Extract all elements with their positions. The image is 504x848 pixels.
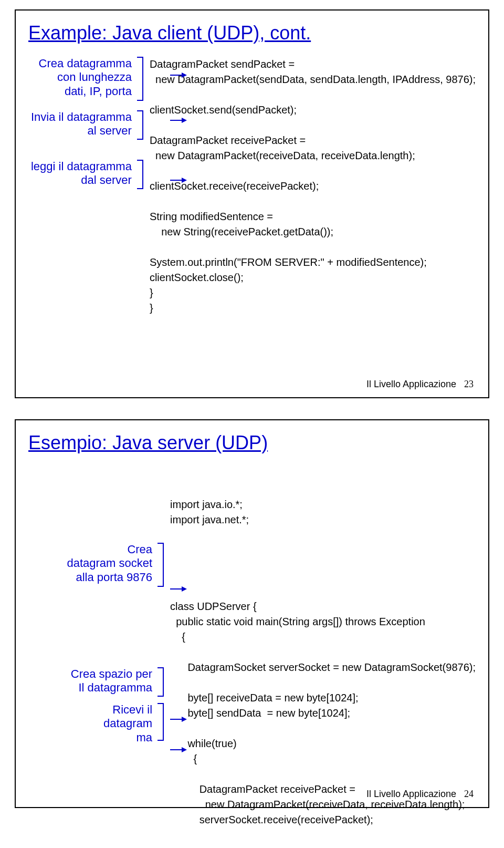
arrow-icon bbox=[170, 180, 186, 181]
arrow-icon bbox=[170, 120, 186, 121]
annotation-create-socket: Crea datagram socket alla porta 9876 bbox=[28, 543, 164, 587]
annotation-text: Ricevi il datagram ma bbox=[103, 703, 152, 744]
slide-footer: Il Livello Applicazione 23 bbox=[366, 379, 474, 390]
slide-1: Example: Java client (UDP), cont. Crea d… bbox=[15, 9, 489, 398]
footer-page-number: 24 bbox=[464, 789, 474, 799]
footer-label: Il Livello Applicazione bbox=[366, 379, 456, 389]
annotation-text: Crea datagramma con lunghezza dati, IP, … bbox=[39, 57, 132, 98]
bracket-icon bbox=[158, 543, 164, 587]
code-column: import java.io.*; import java.net.*; cla… bbox=[170, 467, 476, 829]
footer-label: Il Livello Applicazione bbox=[366, 789, 456, 799]
spacer bbox=[28, 149, 143, 160]
annotation-send-datagram: Invia il datagramma al server bbox=[28, 110, 143, 140]
bracket-icon bbox=[158, 667, 164, 697]
annotation-read-datagram: leggi il datagramma dal server bbox=[28, 160, 143, 189]
content-row: Crea datagram socket alla porta 9876 Cre… bbox=[28, 467, 476, 829]
bracket-icon bbox=[158, 703, 164, 741]
annotation-receive: Ricevi il datagram ma bbox=[28, 703, 164, 741]
spacer bbox=[28, 596, 164, 667]
content-row: Crea datagramma con lunghezza dati, IP, … bbox=[28, 57, 476, 316]
arrow-icon bbox=[170, 75, 186, 76]
annotation-text: Crea spazio per Il datagramma bbox=[71, 667, 152, 694]
spacer bbox=[28, 467, 164, 543]
arrow-icon bbox=[170, 588, 186, 590]
annotation-column: Crea datagramma con lunghezza dati, IP, … bbox=[28, 57, 143, 316]
slide-2: Esempio: Java server (UDP) Crea datagram… bbox=[15, 419, 489, 808]
annotation-create-datagram: Crea datagramma con lunghezza dati, IP, … bbox=[28, 57, 143, 101]
slide-title: Example: Java client (UDP), cont. bbox=[28, 22, 476, 44]
annotation-text: Invia il datagramma al server bbox=[31, 110, 132, 137]
arrow-icon bbox=[170, 719, 186, 720]
arrow-icon bbox=[170, 749, 186, 750]
bracket-icon bbox=[137, 57, 143, 101]
bracket-icon bbox=[137, 160, 143, 189]
bracket-icon bbox=[137, 110, 143, 140]
annotation-create-space: Crea spazio per Il datagramma bbox=[28, 667, 164, 697]
footer-page-number: 23 bbox=[464, 379, 474, 389]
code-block: DatagramPacket sendPacket = new Datagram… bbox=[150, 57, 476, 316]
slide-title: Esempio: Java server (UDP) bbox=[28, 432, 476, 454]
spacer bbox=[170, 558, 476, 568]
annotation-text: Crea datagram socket alla porta 9876 bbox=[67, 543, 152, 584]
slide-footer: Il Livello Applicazione 24 bbox=[366, 789, 474, 800]
annotation-text: leggi il datagramma dal server bbox=[31, 160, 132, 187]
annotation-column: Crea datagram socket alla porta 9876 Cre… bbox=[28, 467, 164, 829]
code-imports: import java.io.*; import java.net.*; bbox=[170, 497, 476, 528]
